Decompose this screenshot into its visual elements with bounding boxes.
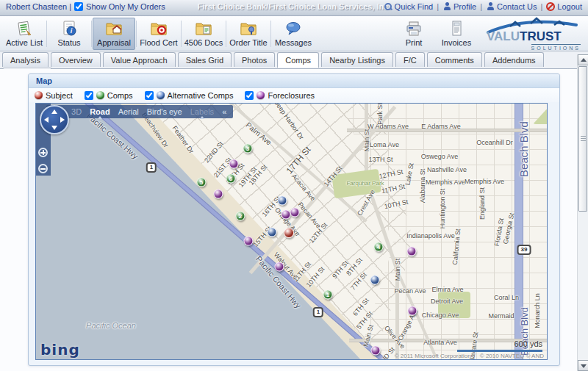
comp-pin-3[interactable]: 3 xyxy=(243,144,253,154)
foreclosure-pin[interactable] xyxy=(229,159,239,169)
map-view-toolbar: 2D3DRoadAerialBird's eyeLabels« xyxy=(46,105,233,118)
subject-pin[interactable] xyxy=(284,228,294,238)
active-list-icon xyxy=(15,20,33,37)
status-icon: i xyxy=(60,20,78,37)
tab-analysis[interactable]: Analysis xyxy=(2,52,49,67)
legend-checkbox-foreclosures[interactable] xyxy=(245,91,254,100)
zoom-out-button[interactable] xyxy=(38,164,48,173)
alt-comp-pin[interactable] xyxy=(370,275,380,285)
foreclosure-pin[interactable] xyxy=(214,190,223,199)
show-only-my-orders-checkbox[interactable] xyxy=(74,2,83,11)
map-view-bird-s-eye[interactable]: Bird's eye xyxy=(147,107,182,116)
map-view-labels[interactable]: Labels xyxy=(190,107,214,116)
legend-dot-subject xyxy=(35,91,43,99)
map-legend: SubjectCompsAlternative CompsForeclosure… xyxy=(29,88,559,102)
brand-name-right: TRUST xyxy=(520,29,562,43)
folder-house-icon xyxy=(105,20,123,37)
legend-checkbox-comps[interactable] xyxy=(85,91,93,100)
copyright-text: © 2010 NAVTEQ © AND xyxy=(480,353,544,359)
show-only-my-orders-label: Show Only My Orders xyxy=(86,2,165,11)
brand-name-left: VALU xyxy=(487,29,520,43)
toolbar-button-4506-docs[interactable]: 4506 Docs xyxy=(182,18,225,50)
header-link-quick-find[interactable]: Quick Find xyxy=(384,2,434,11)
bing-map[interactable]: Pacific Coast HwyPacific Coast HwyPacifi… xyxy=(35,103,548,360)
legend-group-alternative-comps: Alternative Comps xyxy=(139,91,234,100)
toolbar-button-label: Status xyxy=(57,38,80,47)
tab-addendums[interactable]: Addendums xyxy=(484,52,544,67)
comp-pin-1[interactable]: 1 xyxy=(323,290,333,300)
map-panel: Map SubjectCompsAlternative CompsForeclo… xyxy=(28,73,560,366)
toolbar-button-print[interactable]: Print xyxy=(392,18,435,50)
toolbar-separator xyxy=(91,21,92,47)
toolbar-button-status[interactable]: iStatus xyxy=(48,18,90,50)
toolbar-separator xyxy=(270,21,271,47)
foreclosure-pin[interactable] xyxy=(408,306,417,316)
bing-logo[interactable]: bing xyxy=(40,341,80,359)
foreclosure-pin[interactable] xyxy=(282,210,291,220)
toolbar-button-order-title[interactable]: Order Title xyxy=(227,18,270,50)
caret-icon xyxy=(98,114,102,119)
header-link-contact-us[interactable]: Contact Us xyxy=(486,2,537,11)
header-link-logout[interactable]: Logout xyxy=(546,2,582,11)
comp-pin-5[interactable]: 5 xyxy=(197,178,207,187)
comp-pin-4[interactable]: 4 xyxy=(374,242,384,252)
foreclosure-pin[interactable] xyxy=(371,346,381,356)
foreclosure-pin[interactable] xyxy=(275,262,284,272)
pan-north-icon[interactable] xyxy=(51,109,57,114)
legend-dot-foreclosures xyxy=(257,91,265,99)
alt-comp-pin[interactable] xyxy=(278,196,287,206)
link-separator: | xyxy=(437,2,439,11)
legend-label: Alternative Comps xyxy=(168,91,234,100)
link-separator: | xyxy=(480,2,482,11)
scrollbar-thumb[interactable] xyxy=(578,66,587,212)
foreclosure-pin[interactable] xyxy=(290,208,300,217)
map-view-3d[interactable]: 3D xyxy=(71,107,82,116)
map-copyright: © 2011 Microsoft Corporation© 2010 NAVTE… xyxy=(386,353,544,359)
map-view-[interactable]: « xyxy=(222,107,226,116)
brand-subtitle: SOLUTIONS xyxy=(531,44,581,51)
map-view-road[interactable]: Road xyxy=(90,107,110,116)
pan-south-icon[interactable] xyxy=(51,126,57,130)
legend-checkbox-alternative-comps[interactable] xyxy=(145,91,154,100)
toolbar-button-appraisal[interactable]: Appraisal xyxy=(93,18,135,50)
comp-pin-2[interactable]: 2 xyxy=(236,212,245,221)
alt-comp-pin[interactable] xyxy=(268,228,277,237)
toolbar-button-invoices[interactable]: Invoices xyxy=(435,18,478,50)
toolbar-button-flood-cert[interactable]: Flood Cert xyxy=(137,18,180,50)
tab-comps[interactable]: Comps xyxy=(277,52,319,68)
scroll-down-icon[interactable] xyxy=(578,360,588,371)
legend-label: Comps xyxy=(107,91,133,100)
scroll-up-icon[interactable] xyxy=(578,54,588,65)
header-link-profile[interactable]: Profile xyxy=(442,2,476,11)
map-compass[interactable] xyxy=(40,105,69,134)
comp-pin-6[interactable]: 6 xyxy=(226,174,236,184)
folder-docs-icon xyxy=(195,20,212,37)
legend-group-comps: Comps xyxy=(79,91,133,100)
user-area: Robert Chasteen | Show Only My Orders xyxy=(6,2,165,11)
user-name: Robert Chasteen | xyxy=(6,2,71,11)
foreclosure-pin[interactable] xyxy=(244,237,254,246)
toolbar-items: Active ListiStatusAppraisalFlood Cert450… xyxy=(3,18,478,50)
tab-sales-grid[interactable]: Sales Grid xyxy=(178,52,232,67)
scrollbar-grip xyxy=(581,136,586,141)
map-view-aerial[interactable]: Aerial xyxy=(118,107,139,116)
toolbar-button-messages[interactable]: Messages xyxy=(272,18,315,50)
pan-west-icon[interactable] xyxy=(44,117,49,123)
tab-overview[interactable]: Overview xyxy=(51,52,101,67)
toolbar-button-label: Order Title xyxy=(229,38,267,47)
tab-f-c[interactable]: F/C xyxy=(395,52,425,67)
toolbar-button-active-list[interactable]: Active List xyxy=(3,18,46,50)
zoom-in-button[interactable] xyxy=(38,148,48,157)
vertical-scrollbar[interactable] xyxy=(577,54,588,371)
logout-icon xyxy=(546,2,555,11)
pan-east-icon[interactable] xyxy=(60,117,65,123)
tab-comments[interactable]: Comments xyxy=(427,52,482,67)
header-link-label: Contact Us xyxy=(497,2,537,11)
foreclosure-pin[interactable] xyxy=(407,247,417,256)
tab-nearby-listings[interactable]: Nearby Listings xyxy=(321,52,393,67)
tab-photos[interactable]: Photos xyxy=(234,52,275,67)
legend-group-foreclosures: Foreclosures xyxy=(239,91,315,100)
toolbar-button-label: Print xyxy=(406,38,423,47)
tab-value-approach[interactable]: Value Approach xyxy=(103,52,176,67)
map-pins: 365241 xyxy=(36,104,547,359)
